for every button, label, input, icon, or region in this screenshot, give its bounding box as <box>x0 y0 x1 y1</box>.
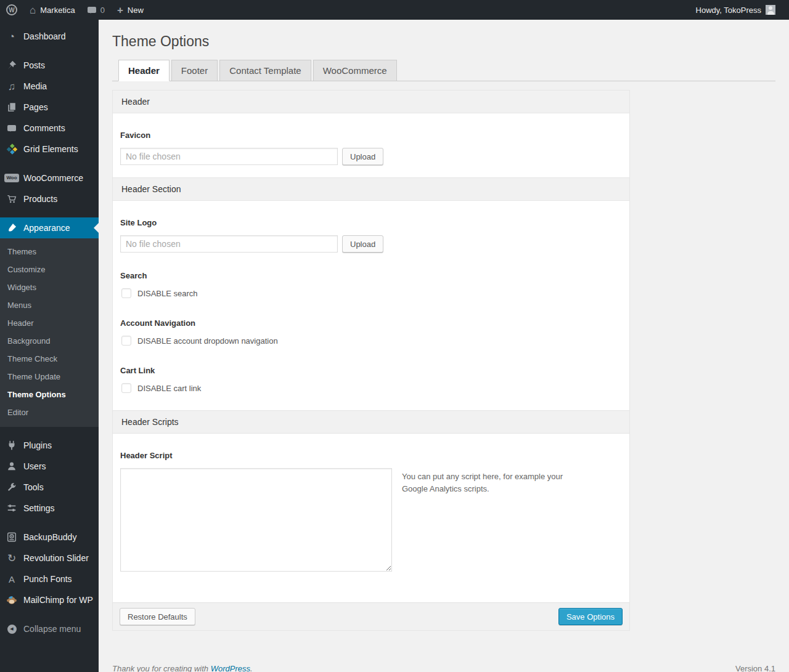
sidebar-item-label: Punch Fonts <box>23 574 72 584</box>
sidebar-item-label: MailChimp for WP <box>23 595 93 605</box>
sidebar-item-label: Tools <box>23 482 44 492</box>
sidebar-item-pages[interactable]: Pages <box>0 97 99 118</box>
my-account-menu[interactable]: Howdy, TokoPress <box>690 0 782 20</box>
comment-count: 0 <box>100 6 105 15</box>
sidebar-item-comments[interactable]: Comments <box>0 118 99 139</box>
disable-cart-link-checkbox[interactable] <box>121 383 131 393</box>
restore-defaults-button[interactable]: Restore Defaults <box>120 608 195 625</box>
submenu-item-theme-options[interactable]: Theme Options <box>0 386 99 403</box>
user-avatar <box>766 5 775 15</box>
sidebar-item-label: Posts <box>23 60 45 70</box>
header-script-textarea[interactable] <box>120 468 392 572</box>
submenu-item-header[interactable]: Header <box>0 314 99 332</box>
grid-elements-icon <box>6 144 18 155</box>
tab-footer[interactable]: Footer <box>171 60 218 81</box>
media-note-icon: ♫ <box>6 81 18 92</box>
site-name-label: Marketica <box>40 6 75 15</box>
sidebar-item-label: Products <box>23 194 57 204</box>
favicon-upload-button[interactable]: Upload <box>342 148 383 165</box>
sidebar-item-label: Users <box>23 461 46 471</box>
disable-account-nav-checkbox[interactable] <box>121 336 131 346</box>
panel-footer: Restore Defaults Save Options <box>113 602 629 630</box>
sidebar-item-dashboard[interactable]: ◔ Dashboard <box>0 26 99 47</box>
sidebar-item-products[interactable]: Products <box>0 188 99 209</box>
disable-search-checkbox[interactable] <box>121 288 131 298</box>
sidebar-item-plugins[interactable]: Plugins <box>0 435 99 456</box>
comments-shortcut[interactable]: 0 <box>81 0 111 20</box>
sidebar-item-label: Plugins <box>23 440 52 450</box>
sidebar-item-users[interactable]: Users <box>0 456 99 477</box>
plus-icon: + <box>117 5 123 15</box>
sliders-icon <box>6 503 18 514</box>
site-logo-file-input[interactable] <box>120 235 338 253</box>
backup-drive-icon <box>6 532 18 543</box>
sidebar-item-backupbuddy[interactable]: BackupBuddy <box>0 527 99 548</box>
tab-woocommerce[interactable]: WooCommerce <box>313 60 397 81</box>
mailchimp-monkey-icon <box>6 594 18 605</box>
sidebar-item-label: Settings <box>23 503 55 513</box>
sidebar-item-label: WooCommerce <box>23 173 83 183</box>
favicon-file-input[interactable] <box>120 148 338 165</box>
rotate-arrows-icon: ↻ <box>6 553 18 564</box>
new-content-menu[interactable]: + New <box>111 0 150 20</box>
footer-version-text: Version 4.1 <box>735 664 775 672</box>
tab-contact-template[interactable]: Contact Template <box>219 60 311 81</box>
dashboard-icon: ◔ <box>6 31 18 42</box>
sidebar-item-woocommerce[interactable]: Woo WooCommerce <box>0 168 99 188</box>
wrench-icon <box>6 482 18 493</box>
comments-bubble-icon <box>6 125 18 131</box>
howdy-label: Howdy, TokoPress <box>696 6 761 15</box>
main-content: Theme Options HeaderFooterContact Templa… <box>99 20 789 672</box>
admin-sidebar-menu: ◔ Dashboard Posts ♫ Media Pages Comments <box>0 20 99 672</box>
header-script-label: Header Script <box>120 451 622 460</box>
appearance-submenu: Themes Customize Widgets Menus Header Ba… <box>0 238 99 427</box>
sidebar-item-tools[interactable]: Tools <box>0 477 99 498</box>
submenu-item-customize[interactable]: Customize <box>0 261 99 278</box>
submenu-item-widgets[interactable]: Widgets <box>0 278 99 296</box>
sidebar-item-appearance[interactable]: Appearance <box>0 217 99 238</box>
sidebar-item-revolution-slider[interactable]: ↻ Revolution Slider <box>0 548 99 569</box>
admin-footer: Thank you for creating with WordPress. V… <box>112 664 775 672</box>
footer-thanks-text: Thank you for creating with WordPress. <box>112 664 253 672</box>
wordpress-link[interactable]: WordPress <box>211 664 250 672</box>
sidebar-item-posts[interactable]: Posts <box>0 55 99 76</box>
theme-options-panel: Header Favicon Upload Header Section Sit… <box>112 90 630 631</box>
section-header-header-section: Header Section <box>113 177 629 201</box>
letter-a-icon: A <box>6 574 18 585</box>
wordpress-logo-menu[interactable]: W <box>0 0 23 20</box>
site-name-link[interactable]: ⌂ Marketica <box>23 0 81 20</box>
collapse-menu-label: Collapse menu <box>23 624 81 634</box>
sidebar-item-settings[interactable]: Settings <box>0 498 99 519</box>
pages-icon <box>6 102 18 113</box>
submenu-item-theme-check[interactable]: Theme Check <box>0 350 99 368</box>
new-label: New <box>128 6 144 15</box>
admin-bar: W ⌂ Marketica 0 + New Howdy, TokoPress <box>0 0 789 20</box>
section-header-header-scripts: Header Scripts <box>113 410 629 434</box>
tab-header[interactable]: Header <box>118 60 170 81</box>
header-script-help-text: You can put any script here, for example… <box>402 471 590 495</box>
site-logo-upload-button[interactable]: Upload <box>342 235 383 253</box>
user-icon <box>6 461 18 472</box>
sidebar-item-label: Pages <box>23 102 48 112</box>
sidebar-item-grid-elements[interactable]: Grid Elements <box>0 139 99 160</box>
disable-account-nav-label[interactable]: DISABLE account dropdown navigation <box>137 336 278 346</box>
sidebar-item-media[interactable]: ♫ Media <box>0 76 99 97</box>
save-options-button[interactable]: Save Options <box>558 608 623 625</box>
submenu-item-themes[interactable]: Themes <box>0 243 99 261</box>
collapse-menu-button[interactable]: ◀ Collapse menu <box>0 618 99 639</box>
account-navigation-label: Account Navigation <box>120 318 622 328</box>
sidebar-item-label: BackupBuddy <box>23 532 76 542</box>
brush-icon <box>6 222 18 233</box>
submenu-item-background[interactable]: Background <box>0 332 99 350</box>
submenu-item-menus[interactable]: Menus <box>0 296 99 314</box>
sidebar-item-mailchimp[interactable]: MailChimp for WP <box>0 589 99 610</box>
disable-cart-link-label[interactable]: DISABLE cart link <box>137 384 201 393</box>
submenu-item-theme-update[interactable]: Theme Update <box>0 368 99 386</box>
section-header-header: Header <box>113 91 629 113</box>
search-label: Search <box>120 271 622 280</box>
sidebar-item-punch-fonts[interactable]: A Punch Fonts <box>0 569 99 589</box>
disable-search-label[interactable]: DISABLE search <box>137 289 198 298</box>
submenu-item-editor[interactable]: Editor <box>0 403 99 421</box>
site-logo-label: Site Logo <box>120 218 622 227</box>
cart-link-label: Cart Link <box>120 366 622 375</box>
